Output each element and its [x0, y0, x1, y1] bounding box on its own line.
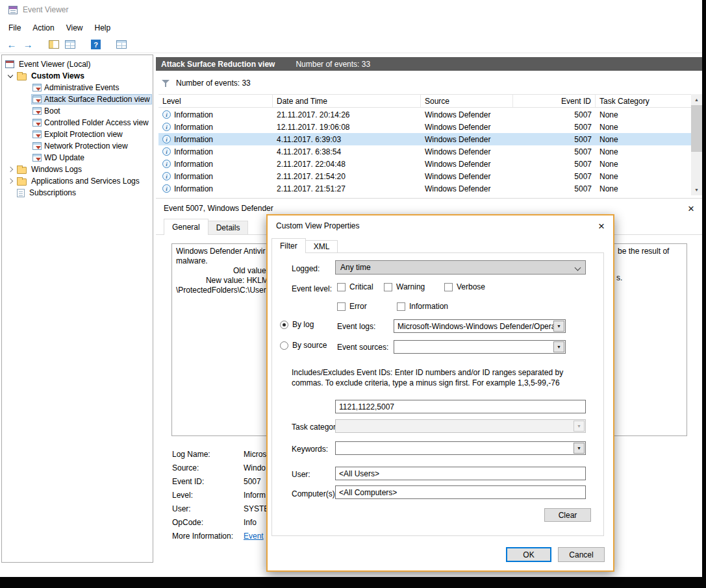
close-icon[interactable]: [688, 203, 694, 214]
dropdown-arrow-icon[interactable]: [553, 321, 564, 332]
tree-item-administrative-events[interactable]: Administrative Events: [2, 82, 153, 93]
back-arrow-icon[interactable]: [6, 40, 17, 49]
event-logs-label: Event logs:: [337, 322, 375, 331]
checkbox-critical[interactable]: Critical: [337, 282, 373, 291]
includes-excludes-note: Includes/Excludes Event IDs: Enter ID nu…: [292, 367, 597, 388]
radio-by-source[interactable]: By source: [280, 341, 327, 350]
radio-by-log[interactable]: By log: [280, 320, 314, 329]
tab-general[interactable]: General: [164, 219, 208, 235]
tree-item-wd-update[interactable]: WD Update: [2, 152, 153, 164]
task-category-dropdown: [335, 419, 586, 433]
chevron-collapsed-icon[interactable]: [6, 179, 14, 183]
information-icon: [162, 135, 171, 143]
folder-icon: [17, 167, 27, 174]
tree-item-windows-logs[interactable]: Windows Logs: [2, 164, 153, 175]
close-icon[interactable]: [598, 221, 605, 232]
field-log-name: Log Name:Micros: [172, 447, 275, 461]
checkbox-box[interactable]: [384, 283, 392, 291]
event-level-label: Event level:: [292, 284, 332, 293]
radio-circle[interactable]: [280, 341, 288, 350]
logged-dropdown[interactable]: Any time: [335, 260, 586, 275]
checkbox-box[interactable]: [337, 283, 346, 291]
menu-help[interactable]: Help: [89, 21, 117, 35]
user-input[interactable]: [335, 467, 586, 480]
titlebar: Event Viewer: [0, 0, 702, 19]
checkbox-box[interactable]: [397, 302, 405, 311]
field-source: Source:Windo: [172, 461, 275, 474]
tree-item-boot[interactable]: Boot: [2, 105, 153, 117]
filter-summary-bar: Number of events: 33: [156, 75, 702, 92]
tree-item-applications-and-services-logs[interactable]: Applications and Services Logs: [2, 175, 153, 187]
event-detail-fields: Log Name:Micros Source:Windo Event ID:50…: [172, 447, 275, 543]
chevron-expanded-icon[interactable]: [6, 75, 14, 77]
window-title: Event Viewer: [23, 5, 68, 14]
console-icon: [5, 60, 14, 68]
chevron-collapsed-icon[interactable]: [6, 167, 14, 171]
show-console-tree-icon[interactable]: [49, 40, 59, 49]
scroll-down-icon[interactable]: [691, 184, 702, 195]
checkbox-verbose[interactable]: Verbose: [444, 282, 485, 291]
tree-item-controlled-folder-access-view[interactable]: Controlled Folder Access view: [2, 117, 153, 129]
tree-item-custom-views[interactable]: Custom Views: [2, 70, 153, 82]
dialog-title-bar: Custom View Properties: [268, 215, 613, 236]
custom-view-properties-dialog: Custom View Properties Filter XML Logged…: [266, 214, 614, 572]
detail-title: Event 5007, Windows Defender: [164, 204, 688, 213]
menu-file[interactable]: File: [3, 21, 27, 35]
field-event-id: Event ID:5007: [172, 474, 275, 488]
table-row[interactable]: Information 2.11.2017. 21:54:20 Windows …: [158, 170, 691, 182]
list-view-icon[interactable]: [65, 40, 75, 49]
events-scrollbar[interactable]: [691, 94, 702, 195]
table-row[interactable]: Information 21.11.2017. 20:14:26 Windows…: [158, 108, 691, 121]
radio-circle[interactable]: [280, 321, 288, 329]
column-header-level[interactable]: Level: [158, 95, 273, 107]
scrollbar-thumb[interactable]: [691, 105, 702, 152]
event-sources-dropdown[interactable]: [394, 340, 566, 354]
tab-xml[interactable]: XML: [305, 240, 338, 253]
computers-label: Computer(s):: [292, 489, 337, 498]
menu-view[interactable]: View: [60, 21, 89, 35]
checkbox-warning[interactable]: Warning: [384, 282, 425, 291]
table-row[interactable]: Information 2.11.2017. 21:51:27 Windows …: [158, 182, 691, 195]
checkbox-box[interactable]: [444, 283, 453, 291]
ok-button[interactable]: OK: [506, 547, 551, 562]
event-description-fragment: s.: [616, 273, 622, 283]
checkbox-error[interactable]: Error: [337, 302, 367, 311]
tree-item-network-protection-view[interactable]: Network Protection view: [2, 140, 153, 152]
keywords-dropdown[interactable]: [335, 441, 586, 455]
cancel-button[interactable]: Cancel: [558, 547, 605, 562]
tab-details[interactable]: Details: [208, 221, 249, 235]
help-icon[interactable]: [91, 40, 101, 49]
event-log-online-help-link[interactable]: Event: [244, 532, 264, 541]
custom-view-icon: [32, 130, 42, 138]
tab-filter[interactable]: Filter: [271, 238, 306, 253]
table-row[interactable]: Information 2.11.2017. 22:04:48 Windows …: [158, 158, 691, 170]
dropdown-arrow-icon[interactable]: [574, 443, 585, 454]
dialog-tabs: Filter XML: [271, 238, 338, 253]
event-logs-dropdown[interactable]: Microsoft-Windows-Windows Defender/Opera: [394, 319, 566, 333]
tree-item-subscriptions[interactable]: Subscriptions: [2, 187, 153, 199]
menu-action[interactable]: Action: [27, 21, 60, 35]
tree-item-event-viewer-local[interactable]: Event Viewer (Local): [2, 58, 153, 70]
table-row[interactable]: Information 4.11.2017. 6:38:54 Windows D…: [158, 145, 691, 158]
scroll-up-icon[interactable]: [691, 94, 702, 105]
dropdown-arrow-icon[interactable]: [553, 341, 564, 352]
subscriptions-icon: [17, 189, 25, 197]
table-row-selected[interactable]: Information 4.11.2017. 6:39:03 Windows D…: [158, 133, 691, 145]
table-row[interactable]: Information 12.11.2017. 19:06:08 Windows…: [158, 121, 691, 133]
column-header-event-id[interactable]: Event ID: [513, 95, 596, 107]
properties-view-icon[interactable]: [116, 40, 127, 49]
event-ids-input[interactable]: [335, 400, 586, 413]
clear-button[interactable]: Clear: [544, 508, 591, 522]
tree-item-attack-surface-reduction-view[interactable]: Attack Surface Reduction view: [2, 93, 153, 105]
checkbox-box[interactable]: [337, 302, 346, 311]
column-header-date-and-time[interactable]: Date and Time: [273, 95, 421, 107]
event-sources-label: Event sources:: [337, 343, 388, 352]
column-header-source[interactable]: Source: [421, 95, 513, 107]
tree-item-exploit-protection-view[interactable]: Exploit Protection view: [2, 129, 153, 140]
checkbox-information[interactable]: Information: [397, 302, 448, 311]
folder-icon: [17, 178, 27, 186]
forward-arrow-icon[interactable]: [23, 40, 33, 49]
computers-input[interactable]: [335, 485, 586, 499]
column-header-task-category[interactable]: Task Category: [596, 95, 691, 107]
filter-tab-page: Logged: Any time Event level: Critical W…: [271, 252, 604, 536]
